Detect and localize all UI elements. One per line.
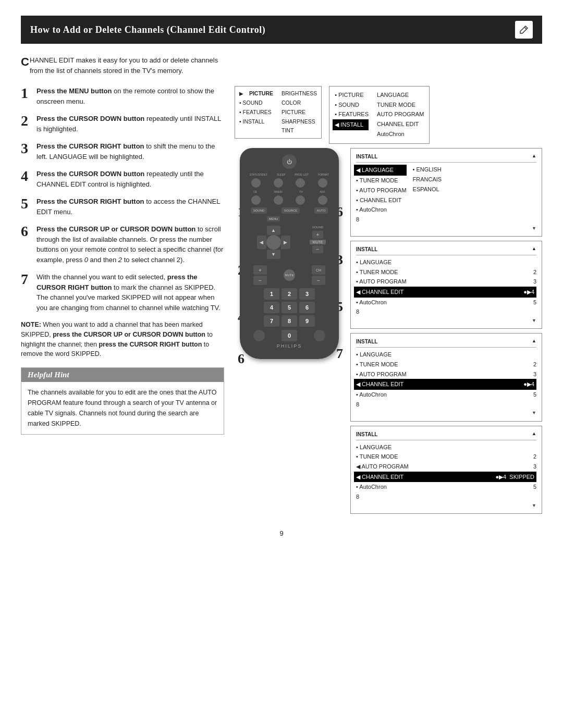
btn-timer[interactable] <box>253 330 265 341</box>
hint-box: Helpful Hint The channels available for … <box>21 367 224 435</box>
remote-source-buttons <box>245 195 334 205</box>
btn-2[interactable]: 2 <box>282 288 297 300</box>
auto-btn[interactable]: AUTO <box>314 207 328 214</box>
menu-item-features: • FEATURES <box>239 108 273 117</box>
btn-3[interactable]: 3 <box>299 288 315 300</box>
vol-up-btn[interactable]: + <box>253 265 267 275</box>
btn-5[interactable]: 5 <box>282 302 297 313</box>
menu-val-brightness: BRIGHTNESS <box>282 89 317 98</box>
remote-and-menus: 1 2 4 6 6 3 5 7 ⏻ STATUS/SDETSLEEPPROG L… <box>235 148 542 514</box>
status-btn[interactable] <box>251 178 261 188</box>
ch-up-btn[interactable]: CH <box>312 265 325 275</box>
menu-val-picture: PICTURE <box>282 108 317 117</box>
btn-6[interactable]: 6 <box>299 302 315 313</box>
aux-btn[interactable] <box>318 195 327 205</box>
menu3-items: • LANGUAGE • TUNER MODE2 • AUTO PROGRAM3… <box>356 257 536 317</box>
btn-9[interactable]: 9 <box>299 315 315 327</box>
step-6-number: 6 <box>21 224 32 239</box>
sound-up-btn[interactable]: + <box>312 231 324 239</box>
page-header: How to Add or Delete Channels (Channel E… <box>21 16 542 44</box>
m2-francais: FRANCAIS <box>413 175 442 184</box>
drop-cap: C <box>21 56 29 68</box>
remote-label-row: STATUS/SDETSLEEPPROG LISTFORMAT <box>245 173 334 176</box>
m5-tuner: • TUNER MODE2 <box>356 452 536 462</box>
source-btn[interactable]: SOURCE <box>282 207 300 214</box>
step-7: 7 With the channel you want to edit sele… <box>21 272 224 313</box>
sleep-btn[interactable] <box>274 178 283 188</box>
m2-tuner: • TUNER MODE <box>356 176 407 186</box>
m5-autochron: • AutoChron5 <box>356 482 536 492</box>
install-menu-1: • PICTURE • SOUND • FEATURES ◀ INSTALL L… <box>329 86 430 144</box>
install-menu-4: INSTALL ▲ • LANGUAGE • TUNER MODE2 • AUT… <box>350 333 542 421</box>
intro-text: HANNEL EDIT makes it easy for you to add… <box>30 56 218 75</box>
step-7-text: With the channel you want to edit select… <box>36 272 224 313</box>
m3-tuner: • TUNER MODE2 <box>356 267 536 277</box>
install-m1-sound: • SOUND <box>335 100 369 110</box>
menu4-items: • LANGUAGE • TUNER MODE2 • AUTO PROGRAM3… <box>356 350 536 409</box>
tv-btn[interactable] <box>296 195 305 205</box>
dpad-left-btn[interactable]: ◀ <box>257 236 266 249</box>
install-m1-blank <box>335 130 369 140</box>
menu-val-sharpness: SHARPNESS <box>282 117 317 127</box>
mute-btn[interactable]: MUTE <box>284 269 295 281</box>
vol-down-btn[interactable]: − <box>253 276 267 285</box>
intro-paragraph: CHANNEL EDIT makes it easy for you to ad… <box>21 55 219 76</box>
dpad-center-btn[interactable] <box>266 235 281 250</box>
sound-btn[interactable]: SOUND <box>251 207 267 214</box>
dpad-right-btn[interactable]: ▶ <box>281 236 290 249</box>
step-4-text: Press the CURSOR DOWN button repeatedly … <box>36 169 224 189</box>
ch-group: CH − <box>312 265 325 285</box>
format-btn[interactable] <box>318 178 327 188</box>
sound-down-btn[interactable]: − <box>312 245 324 253</box>
btn-0[interactable]: 0 <box>282 330 297 341</box>
step-3-text: Press the CURSOR RIGHT button to shift t… <box>36 141 224 162</box>
menu2-title: INSTALL ▲ <box>356 152 536 163</box>
menu-area: MENU ▲ ◀ ▶ <box>253 216 295 262</box>
remote-bottom-row: 0 <box>245 330 334 341</box>
remote-source-labels: CERADIOTVAUX <box>245 190 334 193</box>
btn-1[interactable]: 1 <box>264 288 279 300</box>
top-menus-row: ▶ PICTURE • SOUND • FEATURES • INSTALL B… <box>235 86 430 144</box>
edit-icon <box>515 21 533 39</box>
ce-btn[interactable] <box>251 195 261 205</box>
menus-column: INSTALL ▲ ◀ LANGUAGE • TUNER MODE • AUTO… <box>350 148 542 514</box>
menu5-title: INSTALL ▲ <box>356 430 536 440</box>
m2-8: 8 <box>356 215 407 225</box>
m2-chanedit: • CHANNEL EDIT <box>356 195 407 205</box>
install-m1-autoprog: AUTO PROGRAM <box>377 109 424 119</box>
radio-btn[interactable] <box>274 195 283 205</box>
m5-autoprog: ◀ AUTO PROGRAM3 <box>356 462 536 472</box>
sound-mute-btn[interactable]: MUTE <box>310 240 326 244</box>
numpad: 1 2 3 4 5 6 7 8 9 <box>245 288 334 327</box>
m2-autochron: • AutoChron <box>356 205 407 215</box>
dpad-down-btn[interactable]: ▼ <box>267 250 280 259</box>
ch-down-btn[interactable]: − <box>312 276 325 285</box>
btn-4[interactable]: 4 <box>264 302 279 313</box>
menu-item-sound: • SOUND <box>239 98 273 108</box>
menu2-scroll-down: ▼ <box>356 225 536 232</box>
btn-clock[interactable] <box>314 330 325 341</box>
left-column: 1 Press the MENU button on the remote co… <box>21 86 224 514</box>
step-1-text: Press the MENU button on the remote cont… <box>36 86 224 106</box>
menu-btn[interactable]: MENU <box>267 216 280 221</box>
power-button[interactable]: ⏻ <box>282 154 297 169</box>
menu5-items: • LANGUAGE • TUNER MODE2 ◀ AUTO PROGRAM3… <box>356 442 536 502</box>
sound-btns: + MUTE − <box>310 231 326 253</box>
step-4: 4 Press the CURSOR DOWN button repeatedl… <box>21 169 224 189</box>
m2-language-sel: ◀ LANGUAGE <box>354 165 407 176</box>
btn-7[interactable]: 7 <box>264 315 279 327</box>
install-m1-tuner: TUNER MODE <box>377 100 424 110</box>
remote-top-buttons <box>245 178 334 188</box>
m5-8: 8 <box>356 492 536 502</box>
menu3-scroll-down: ▼ <box>356 317 536 325</box>
m4-chanedit-sel: ◀ CHANNEL EDIT●▶4 <box>354 379 536 390</box>
menu2-right: • ENGLISH FRANCAIS ESPANOL <box>413 165 442 224</box>
btn-8[interactable]: 8 <box>282 315 297 327</box>
step-1-number: 1 <box>21 86 32 101</box>
remote-control: ⏻ STATUS/SDETSLEEPPROG LISTFORMAT CERADI… <box>240 148 339 359</box>
m4-autoprog: • AUTO PROGRAM3 <box>356 369 536 379</box>
proglist-btn[interactable] <box>296 178 305 188</box>
step-6: 6 Press the CURSOR UP or CURSOR DOWN but… <box>21 224 224 265</box>
dpad-up-btn[interactable]: ▲ <box>267 226 280 235</box>
step-6-text: Press the CURSOR UP or CURSOR DOWN butto… <box>36 224 224 265</box>
